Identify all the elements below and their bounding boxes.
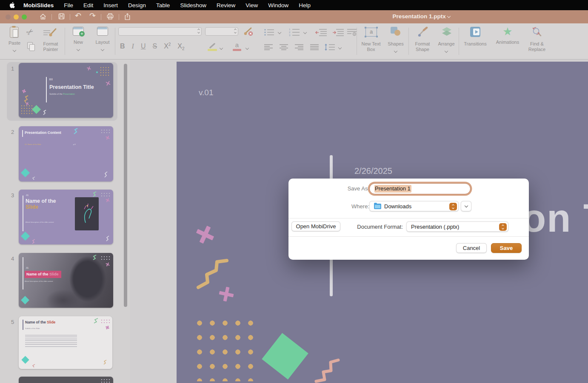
subscript-sub: 2 (182, 47, 185, 51)
shapes-button[interactable]: Shapes (384, 27, 407, 54)
menu-design[interactable]: Design (128, 2, 146, 9)
list-settings-button[interactable] (346, 28, 357, 36)
italic-button[interactable]: I (132, 43, 134, 50)
close-button[interactable] (6, 14, 11, 20)
subscript-button[interactable]: X2 (177, 43, 184, 51)
menu-file[interactable]: File (64, 2, 73, 9)
cross-decoration (105, 197, 111, 203)
line-spacing-chevron-icon[interactable] (338, 46, 342, 49)
save-button[interactable]: Save (491, 243, 522, 253)
zoom-button[interactable] (22, 14, 27, 20)
print-icon[interactable] (106, 13, 114, 20)
font-color-button[interactable]: a (232, 41, 242, 51)
paste-button[interactable]: Paste (3, 27, 26, 54)
slide-thumbnail-6[interactable] (19, 377, 113, 383)
menu-insert[interactable]: Insert (103, 2, 118, 9)
font-color-chevron-icon[interactable] (245, 46, 249, 50)
decrease-indent-icon (315, 28, 328, 36)
slide-title: Presentation Title (49, 84, 94, 90)
bullet-list-button[interactable] (264, 28, 275, 36)
slide-number: 3 (11, 192, 14, 199)
underline-button[interactable]: U (141, 43, 146, 50)
minimize-button[interactable] (14, 14, 19, 20)
menu-table[interactable]: Table (156, 2, 170, 9)
align-left-button[interactable] (264, 44, 273, 51)
slide-number: 5 (11, 319, 14, 325)
save-icon[interactable] (58, 13, 65, 20)
animations-button[interactable]: ★ Animations (493, 26, 522, 45)
format-painter-button[interactable] (43, 28, 57, 39)
apple-icon (9, 2, 15, 9)
cut-button[interactable]: ✂ (24, 26, 36, 38)
document-format-dropdown[interactable]: Presentation (.pptx) (406, 221, 508, 232)
numbered-list-button[interactable]: 123 (288, 28, 300, 37)
increase-indent-button[interactable] (332, 28, 345, 36)
main-toolbar: Paste ✂ Format Painter + New Layout (0, 23, 588, 60)
align-right-button[interactable] (294, 44, 304, 51)
apple-menu[interactable] (9, 2, 15, 9)
cross-decoration (105, 325, 110, 330)
layout-button[interactable]: Layout (91, 27, 114, 53)
strikethrough-button[interactable]: S (152, 43, 157, 50)
arrange-button[interactable]: Arrange (435, 27, 458, 54)
highlight-chevron-icon[interactable] (220, 46, 223, 50)
redo-icon[interactable]: ↷ (89, 12, 96, 20)
cancel-button[interactable]: Cancel (456, 243, 487, 253)
slide-thumbnail-4[interactable]: .01 Name of the Slide A brief descriptio… (19, 253, 113, 308)
menu-review[interactable]: Review (217, 2, 235, 9)
transitions-button[interactable]: Transitions (461, 27, 489, 47)
zigzag-decoration (106, 235, 110, 241)
menu-view[interactable]: View (245, 2, 258, 9)
menu-help[interactable]: Help (299, 2, 311, 9)
filename-value: Presentation 1 (374, 185, 411, 193)
numbered-list-chevron-icon[interactable] (303, 31, 307, 34)
slide-title: Presentation Content (25, 131, 61, 135)
zigzag-decoration (31, 239, 36, 244)
where-dropdown[interactable]: Downloads (369, 201, 459, 211)
font-size-input[interactable] (205, 27, 238, 36)
filename-input[interactable]: Presentation 1 (369, 183, 471, 194)
format-shape-label: Format Shape (410, 41, 435, 52)
dots-decoration (100, 66, 111, 77)
diamond-decoration (21, 296, 29, 304)
slide-body-text-lines (25, 335, 77, 348)
bullet-list-chevron-icon[interactable] (278, 31, 281, 34)
font-size-stepper[interactable] (234, 29, 236, 33)
new-text-box-button[interactable]: a New Text Box (359, 27, 383, 52)
format-shape-button[interactable]: Format Shape (410, 27, 435, 52)
neon-hand-art (75, 197, 99, 230)
document-title[interactable]: Presentation 1.pptx (366, 13, 477, 20)
thumbnails-scrollbar[interactable] (124, 64, 127, 307)
new-button[interactable]: + New (68, 27, 88, 53)
expand-dialog-button[interactable] (461, 201, 471, 211)
new-text-box-label: New Text Box (359, 41, 383, 52)
copy-button[interactable] (27, 42, 33, 49)
open-mobidrive-button[interactable]: Open MobiDrive (291, 221, 340, 231)
slide-thumbnail-2[interactable]: Presentation Content 01. Name of the Sli… (19, 126, 113, 182)
menu-app-name[interactable]: MobiSlides (23, 2, 54, 9)
clear-formatting-button[interactable] (243, 27, 254, 37)
zigzag-decoration (73, 128, 78, 135)
menu-edit[interactable]: Edit (83, 2, 93, 9)
undo-icon[interactable]: ↶ (75, 12, 81, 20)
home-icon[interactable] (39, 13, 47, 20)
highlight-color-button[interactable] (207, 43, 218, 52)
bold-button[interactable]: B (120, 43, 125, 50)
zigzag-decoration (43, 110, 47, 116)
menu-slideshow[interactable]: Slideshow (180, 2, 206, 9)
align-justify-button[interactable] (310, 44, 319, 51)
decrease-indent-button[interactable] (315, 28, 328, 36)
slide-thumbnail-3[interactable]: .01 Name of the Slide A brief descriptio… (19, 190, 113, 244)
slide-thumbnail-5[interactable]: Name of the Slide Subtitle of the Slide (19, 316, 112, 369)
downloads-folder-icon (374, 204, 381, 209)
font-style-group: B I U S X2 X2 (120, 42, 185, 51)
menu-window[interactable]: Window (268, 2, 288, 9)
find-replace-button[interactable]: Find & Replace (524, 27, 550, 52)
font-name-input[interactable] (118, 27, 202, 36)
share-icon[interactable] (124, 13, 131, 20)
slide-thumbnail-1[interactable]: ▌▌▌ Presentation Title Subtitle of the P… (19, 63, 113, 118)
font-name-stepper[interactable] (198, 29, 200, 33)
align-center-button[interactable] (279, 44, 288, 51)
superscript-button[interactable]: X2 (164, 42, 171, 50)
line-spacing-button[interactable] (324, 43, 335, 51)
